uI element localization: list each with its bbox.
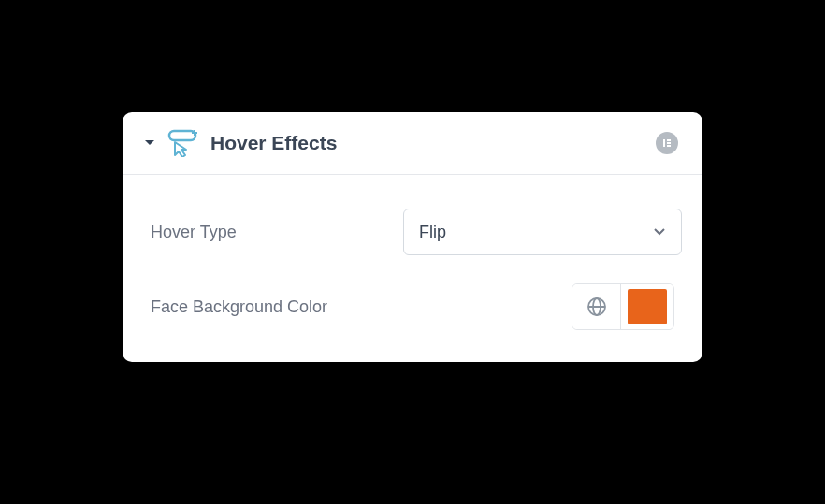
panel-header: Hover Effects (123, 112, 702, 175)
face-bg-control (403, 283, 674, 330)
color-swatch-button[interactable] (621, 284, 673, 329)
hover-type-value: Flip (419, 223, 446, 242)
global-color-button[interactable] (572, 284, 621, 329)
globe-icon (586, 296, 607, 317)
face-bg-label: Face Background Color (151, 297, 403, 317)
panel-body: Hover Type Flip Face Background Color (123, 175, 702, 362)
chevron-down-icon (653, 223, 666, 240)
hover-type-select[interactable]: Flip (403, 209, 682, 255)
hover-type-label: Hover Type (151, 223, 403, 242)
hover-effects-panel: Hover Effects Hover Type Flip Face Backg… (123, 112, 702, 362)
panel-title: Hover Effects (210, 132, 337, 154)
elementor-badge-icon (656, 132, 678, 154)
svg-rect-0 (169, 131, 195, 140)
collapse-caret-icon[interactable] (143, 137, 156, 150)
hover-effects-icon (167, 129, 201, 157)
face-bg-row: Face Background Color (151, 283, 674, 330)
color-control-group (572, 283, 674, 330)
hover-type-row: Hover Type Flip (151, 209, 674, 255)
color-swatch (628, 289, 667, 324)
hover-type-control: Flip (403, 209, 682, 255)
